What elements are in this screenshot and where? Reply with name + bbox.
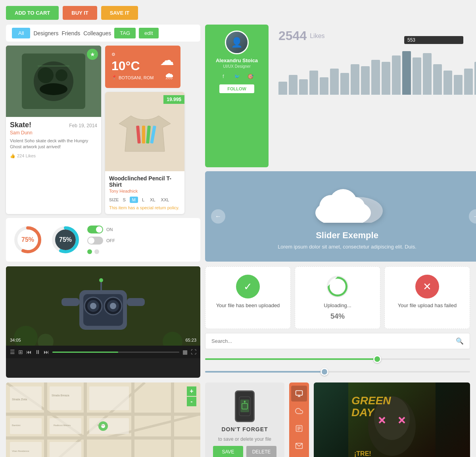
phone-reminder-title: DON'T FORGET (221, 426, 268, 432)
toggle-on-control[interactable] (87, 226, 103, 233)
size-xl[interactable]: XL (148, 197, 157, 203)
bottom-row: Strada Zlota Strada Breaza Bambini Radic… (6, 382, 470, 457)
filter-colleagues-button[interactable]: Colleagues (83, 30, 111, 36)
size-s[interactable]: S (121, 197, 127, 203)
chart-bar (413, 57, 421, 95)
dribbble-icon[interactable]: 🎯 (246, 72, 255, 81)
chart-bar (402, 51, 411, 95)
tag-button[interactable]: TAG (114, 28, 136, 38)
tshirt-price: 19.99$ (163, 95, 184, 104)
filter-designers-button[interactable]: Designers (33, 30, 58, 36)
search-icon[interactable]: 🔍 (456, 337, 464, 345)
save-it-button[interactable]: SAVE IT (101, 6, 138, 20)
skate-description: Violent Soho skate deck with the Hungry … (10, 138, 97, 150)
profile-name: Alexandru Stoica (211, 57, 263, 63)
filter-friends-button[interactable]: Friends (61, 30, 80, 36)
video-prev-button[interactable]: ⏮ (26, 349, 32, 355)
svg-rect-58 (50, 442, 81, 457)
slider-next-button[interactable]: → (469, 209, 476, 224)
music-card: GREEN DAY ¡TRE! 34:05 ⏮ ▶ ⏭ ⊞ 65:23 (314, 382, 470, 457)
size-l[interactable]: L (140, 197, 146, 203)
chart-bar (443, 71, 452, 95)
avatar: 👤 (225, 31, 249, 54)
weather-temperature: 10°C (111, 59, 154, 73)
map-card: Strada Zlota Strada Breaza Bambini Radic… (6, 382, 200, 457)
twitter-icon[interactable]: 🐦 (232, 72, 242, 81)
progress-row: 75% 75% ON (6, 218, 200, 262)
video-fullscreen-button[interactable]: ⛶ (191, 349, 196, 355)
video-progress-fill (52, 352, 118, 353)
chart-bar (340, 73, 349, 95)
map-zoom-in-button[interactable]: + (187, 386, 196, 396)
skate-favorite-icon[interactable]: ★ (87, 49, 98, 60)
video-equalizer-button[interactable]: ▦ (182, 349, 188, 355)
size-xxl[interactable]: XXL (159, 197, 171, 203)
range-track-2 (205, 371, 470, 373)
search-input[interactable] (211, 338, 452, 344)
range-fill-1 (205, 358, 377, 360)
map-zoom-controls: + - (187, 386, 196, 406)
right-column: 👤 Alexandru Stoica UI/UX Designer f 🐦 🎯 … (205, 25, 476, 262)
dot-green (87, 249, 92, 254)
left-column: All Designers Friends Colleagues TAG edI… (6, 25, 200, 262)
sliders-section (205, 353, 470, 378)
phone-reminder-desc: to save or delete your file (218, 436, 271, 442)
tshirt-image: 19.99$ (105, 92, 184, 171)
svg-rect-57 (10, 442, 42, 457)
range-slider-1 (205, 355, 470, 363)
side-nav-chat-item[interactable] (291, 455, 307, 457)
slider-section: ← → Slider Exemple Lore (205, 171, 476, 262)
chart-bar (309, 71, 318, 95)
video-menu-button[interactable]: ☰ (10, 349, 15, 355)
toggle-off-control[interactable] (87, 237, 103, 245)
progress-value-1: 75% (21, 236, 34, 243)
slider-description: Lorem ipsum dolor sit amet, consectetur … (278, 244, 416, 250)
phone-save-button[interactable]: SAVE (213, 446, 243, 457)
side-nav-cloud-item[interactable] (291, 403, 307, 419)
tshirt-sizes: SIZE S M L XL XXL (109, 197, 180, 203)
svg-rect-69 (242, 403, 248, 409)
chart-bar (330, 69, 339, 95)
svg-point-30 (90, 303, 96, 309)
side-nav-mail-item[interactable] (291, 438, 307, 454)
weather-location: 📍 BOTOSANI, ROM (111, 75, 154, 80)
range-thumb-2[interactable] (321, 368, 328, 376)
edit-button[interactable]: edIt (139, 28, 159, 38)
upload-success-text: Your file has been uploaded (216, 302, 280, 308)
map-zoom-out-button[interactable]: - (187, 397, 196, 406)
filter-all-button[interactable]: All (12, 28, 30, 38)
svg-rect-72 (296, 391, 303, 396)
buy-it-button[interactable]: BUY IT (63, 6, 97, 20)
chart-bar (278, 82, 287, 95)
video-play-button[interactable]: ⏸ (35, 349, 40, 355)
video-time-end: 65:23 (185, 338, 196, 342)
video-progress-bar[interactable] (52, 352, 179, 353)
side-nav-newspaper-item[interactable] (291, 421, 307, 436)
tshirt-title: Woodclinched Pencil T-Shirt (109, 175, 180, 188)
video-next-button[interactable]: ⏭ (44, 349, 49, 355)
facebook-icon[interactable]: f (219, 72, 228, 81)
chart-bar (361, 66, 370, 95)
search-bar: 🔍 (205, 333, 470, 349)
phone-delete-button[interactable]: DELETE (246, 446, 276, 457)
follow-button[interactable]: FOLLOW (219, 84, 254, 93)
tshirt-card: 19.99$ Woodclinched Pencil T-Shirt Tony … (105, 92, 184, 214)
side-navigation (289, 382, 309, 457)
slider-prev-button[interactable]: ← (211, 209, 225, 224)
skate-date: Feb 19, 2014 (69, 123, 97, 128)
nav-filter-row: All Designers Friends Colleagues TAG edI… (6, 25, 200, 42)
svg-text:Radicoci Motors: Radicoci Motors (54, 424, 71, 426)
chart-bar (371, 60, 380, 95)
video-captions-button[interactable]: ⊞ (18, 349, 23, 355)
side-nav-monitor-item[interactable] (291, 386, 307, 402)
toggle-on-item: ON (87, 226, 115, 233)
size-m[interactable]: M (130, 197, 138, 203)
nav-profile-row: All Designers Friends Colleagues TAG edI… (6, 25, 470, 262)
chart-bar (454, 75, 463, 95)
add-to-cart-button[interactable]: ADD TO CART (6, 6, 59, 20)
skate-card: ★ Skate! Feb 19, 2014 Sam Dunn Violent S… (6, 46, 101, 214)
svg-rect-9 (142, 126, 145, 143)
toggle-on-label: ON (106, 227, 113, 232)
range-thumb-1[interactable] (373, 355, 381, 363)
progress-value-2: 75% (59, 236, 72, 243)
